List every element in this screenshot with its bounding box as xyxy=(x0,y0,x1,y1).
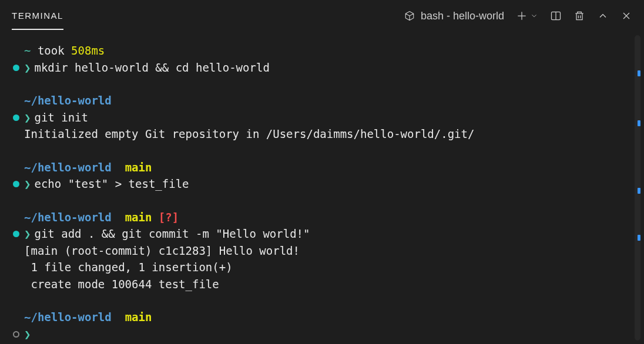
terminal-header: TERMINAL bash - hello-world xyxy=(0,0,644,32)
command-text: git init xyxy=(34,109,88,126)
output-text: Initialized empty Git repository in /Use… xyxy=(24,126,474,143)
new-terminal-group xyxy=(516,10,538,22)
shell-info[interactable]: bash - hello-world xyxy=(404,10,504,22)
prompt-arrow-icon: ❯ xyxy=(24,176,31,193)
output-text: create mode 100644 test_file xyxy=(24,276,219,293)
prompt-arrow-icon: ❯ xyxy=(24,59,31,76)
branch-name: main xyxy=(125,209,152,226)
scroll-marker xyxy=(638,188,640,194)
path-line: ~/hello-world main xyxy=(24,309,631,326)
blank-line xyxy=(13,292,631,309)
output-line: Initialized empty Git repository in /Use… xyxy=(24,126,631,143)
bullet-icon xyxy=(13,114,19,121)
took-text: took xyxy=(31,42,71,59)
shell-label: bash - hello-world xyxy=(421,10,504,22)
scroll-marker xyxy=(638,70,640,76)
split-panel-icon[interactable] xyxy=(550,10,562,22)
cwd-path: ~/hello-world xyxy=(24,209,112,226)
command-line: ❯ mkdir hello-world && cd hello-world xyxy=(13,59,631,76)
timing-value: 508ms xyxy=(71,42,105,59)
cwd-path: ~/hello-world xyxy=(24,92,112,109)
path-line: ~/hello-world xyxy=(24,92,631,109)
blank-line xyxy=(13,143,631,159)
terminal-tab[interactable]: TERMINAL xyxy=(12,11,63,30)
output-line: create mode 100644 test_file xyxy=(24,276,631,293)
chevron-down-icon[interactable] xyxy=(530,12,538,20)
prompt-arrow-icon: ❯ xyxy=(24,109,31,126)
command-text: echo "test" > test_file xyxy=(34,176,189,193)
blank-line xyxy=(13,76,631,92)
scroll-marker xyxy=(638,235,640,241)
command-line: ❯ echo "test" > test_file xyxy=(13,176,631,193)
cube-icon xyxy=(404,11,415,21)
git-status-indicator: [?] xyxy=(159,209,179,226)
output-line: 1 file changed, 1 insertion(+) xyxy=(24,259,631,276)
bullet-icon xyxy=(13,331,19,338)
tilde: ~ xyxy=(24,42,31,59)
prompt-arrow-icon: ❯ xyxy=(24,225,31,242)
close-icon[interactable] xyxy=(620,10,632,22)
branch-name: main xyxy=(125,309,152,326)
cwd-path: ~/hello-world xyxy=(24,309,112,326)
plus-icon[interactable] xyxy=(516,10,528,22)
terminal-output[interactable]: ~ took 508ms ❯ mkdir hello-world && cd h… xyxy=(0,32,644,344)
trash-icon[interactable] xyxy=(573,10,585,22)
status-line: ~ took 508ms xyxy=(24,42,631,59)
bullet-icon xyxy=(13,65,19,71)
cwd-path: ~/hello-world xyxy=(24,159,112,176)
output-line: [main (root-commit) c1c1283] Hello world… xyxy=(24,242,631,259)
active-prompt-line[interactable]: ❯ xyxy=(13,326,631,343)
bullet-icon xyxy=(13,231,19,237)
blank-line xyxy=(13,193,631,209)
prompt-arrow-icon: ❯ xyxy=(24,326,31,343)
command-line: ❯ git init xyxy=(13,109,631,126)
path-line: ~/hello-world main [?] xyxy=(24,209,631,226)
output-text: [main (root-commit) c1c1283] Hello world… xyxy=(24,242,300,259)
chevron-up-icon[interactable] xyxy=(597,10,609,22)
terminal-scrollbar[interactable] xyxy=(633,35,640,340)
command-line: ❯ git add . && git commit -m "Hello worl… xyxy=(13,225,631,242)
branch-name: main xyxy=(125,159,152,176)
header-actions: bash - hello-world xyxy=(404,10,632,22)
output-text: 1 file changed, 1 insertion(+) xyxy=(24,259,233,276)
command-text: mkdir hello-world && cd hello-world xyxy=(34,59,269,76)
path-line: ~/hello-world main xyxy=(24,159,631,176)
scroll-marker xyxy=(638,120,640,126)
bullet-icon xyxy=(13,181,19,187)
command-text: git add . && git commit -m "Hello world!… xyxy=(34,225,310,242)
